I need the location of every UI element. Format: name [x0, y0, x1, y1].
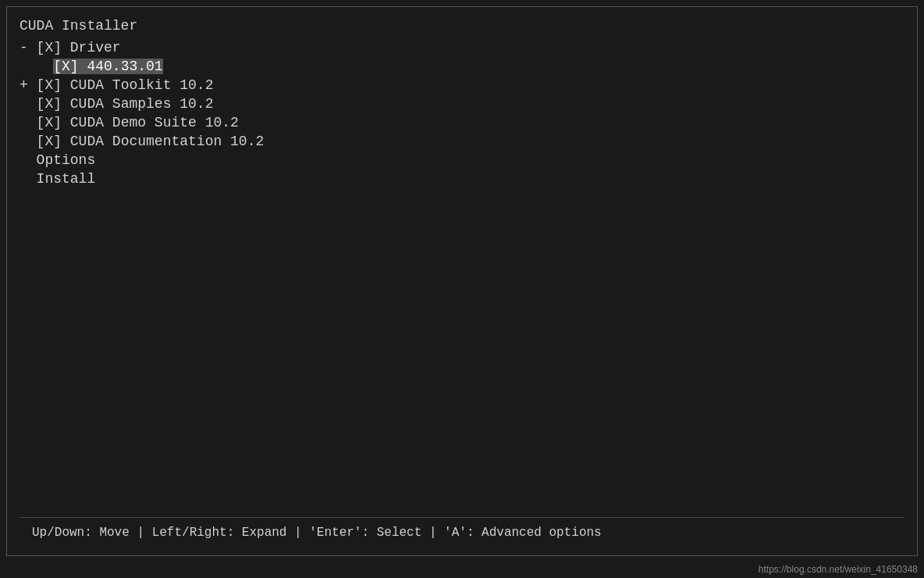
cuda-samples-checkbox: [X]	[37, 96, 62, 112]
menu-item-driver-version[interactable]: [X] 440.33.01	[20, 59, 904, 74]
cuda-docs-checkbox: [X]	[37, 134, 62, 149]
menu-item-install[interactable]: Install	[20, 171, 904, 187]
watermark: https://blog.csdn.net/weixin_41650348	[0, 562, 924, 578]
cuda-toolkit-checkbox: [X]	[37, 77, 62, 93]
cuda-toolkit-prefix: +	[20, 77, 37, 93]
driver-checkbox: [X]	[37, 40, 62, 55]
install-indent	[20, 171, 37, 187]
cuda-demo-checkbox: [X]	[37, 115, 62, 130]
cuda-samples-label: CUDA Samples 10.2	[62, 96, 213, 112]
menu-item-cuda-demo[interactable]: [X] CUDA Demo Suite 10.2	[20, 115, 904, 130]
terminal-window: CUDA Installer - [X] Driver [X] 440.33.0…	[6, 6, 918, 556]
menu-item-cuda-samples[interactable]: [X] CUDA Samples 10.2	[20, 96, 904, 112]
driver-version-indent	[20, 59, 53, 74]
cuda-docs-label: CUDA Documentation 10.2	[62, 134, 264, 149]
cuda-toolkit-label: CUDA Toolkit 10.2	[62, 77, 213, 93]
menu-item-options[interactable]: Options	[20, 152, 904, 168]
options-label: Options	[37, 152, 96, 168]
status-bar: Up/Down: Move | Left/Right: Expand | 'En…	[20, 517, 904, 548]
cuda-docs-indent	[20, 134, 37, 149]
install-label: Install	[37, 171, 96, 187]
menu-item-driver[interactable]: - [X] Driver	[20, 40, 904, 55]
cuda-demo-indent	[20, 115, 37, 130]
installer-title: CUDA Installer	[20, 18, 904, 34]
driver-version-highlighted: [X] 440.33.01	[53, 59, 162, 74]
options-indent	[20, 152, 37, 168]
content-area: CUDA Installer - [X] Driver [X] 440.33.0…	[20, 15, 904, 517]
cuda-samples-indent	[20, 96, 37, 112]
driver-label: Driver	[62, 40, 121, 55]
driver-prefix: -	[20, 40, 37, 55]
cuda-demo-label: CUDA Demo Suite 10.2	[62, 115, 239, 130]
menu-item-cuda-docs[interactable]: [X] CUDA Documentation 10.2	[20, 134, 904, 149]
menu-item-cuda-toolkit[interactable]: + [X] CUDA Toolkit 10.2	[20, 77, 904, 93]
